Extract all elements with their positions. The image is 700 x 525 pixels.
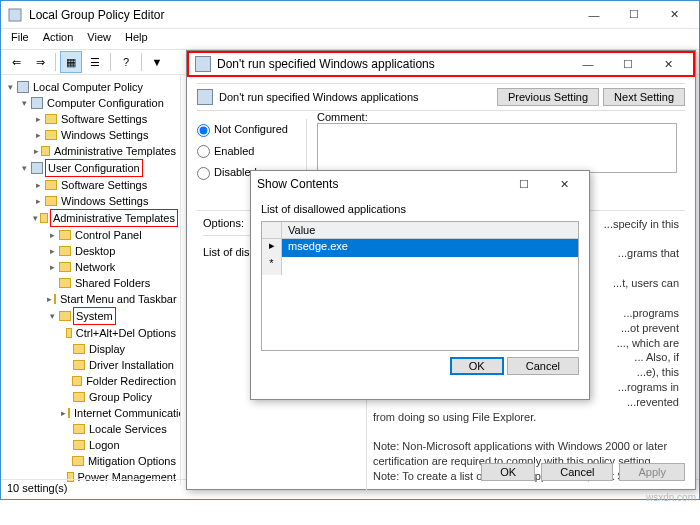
maximize-button[interactable]: ☐ (615, 4, 653, 26)
forward-button[interactable]: ⇒ (29, 51, 51, 73)
tree-drv[interactable]: Driver Installation (61, 357, 178, 373)
menu-action[interactable]: Action (37, 29, 80, 49)
titlebar: Local Group Policy Editor — ☐ ✕ (1, 1, 699, 29)
tree-cc-adm[interactable]: ▸Administrative Templates (33, 143, 178, 159)
sc-cancel-button[interactable]: Cancel (507, 357, 579, 375)
menu-view[interactable]: View (81, 29, 117, 49)
tree-cp[interactable]: ▸Control Panel (47, 227, 178, 243)
policy-title: Don't run specified Windows applications (217, 57, 569, 71)
tree-ic[interactable]: ▸Internet Communication (61, 405, 178, 421)
policy-header: Don't run specified Windows applications (219, 91, 493, 103)
tree-cc-win[interactable]: ▸Windows Settings (33, 127, 178, 143)
up-button[interactable]: ▦ (60, 51, 82, 73)
show-contents-title: Show Contents (257, 177, 505, 191)
grid-row[interactable]: ▸msedge.exe (262, 239, 578, 257)
sc-max-button[interactable]: ☐ (505, 173, 543, 195)
tree-cad[interactable]: Ctrl+Alt+Del Options (61, 325, 178, 341)
radio-enabled[interactable]: Enabled (197, 141, 306, 163)
tree-uc[interactable]: ▾User Configuration (19, 159, 178, 177)
prev-setting-button[interactable]: Previous Setting (497, 88, 599, 106)
grid-row-new[interactable] (262, 257, 578, 275)
sc-ok-button[interactable]: OK (450, 357, 504, 375)
col-value[interactable]: Value (282, 222, 578, 238)
policy-titlebar: Don't run specified Windows applications… (187, 51, 695, 77)
filter-button[interactable]: ▼ (146, 51, 168, 73)
tree-fr[interactable]: Folder Redirection (61, 373, 178, 389)
tree-logon[interactable]: Logon (61, 437, 178, 453)
next-setting-button[interactable]: Next Setting (603, 88, 685, 106)
menu-file[interactable]: File (5, 29, 35, 49)
comment-input[interactable] (317, 123, 677, 173)
app-icon (7, 7, 23, 23)
policy-min-button[interactable]: — (569, 53, 607, 75)
sc-close-button[interactable]: ✕ (545, 173, 583, 195)
menubar: File Action View Help (1, 29, 699, 49)
tree-sf[interactable]: Shared Folders (47, 275, 178, 291)
show-contents-titlebar: Show Contents ☐ ✕ (251, 171, 589, 197)
policy-tree[interactable]: ▾Local Computer Policy ▾Computer Configu… (1, 75, 181, 485)
tree-uc-sw[interactable]: ▸Software Settings (33, 177, 178, 193)
svg-rect-0 (9, 9, 21, 21)
minimize-button[interactable]: — (575, 4, 613, 26)
tree-uc-adm[interactable]: ▾Administrative Templates (33, 209, 178, 227)
tree-disp[interactable]: Display (61, 341, 178, 357)
tree-cc-sw[interactable]: ▸Software Settings (33, 111, 178, 127)
policy-hdr-icon (197, 89, 213, 105)
tree-mit[interactable]: Mitigation Options (61, 453, 178, 469)
comment-label: Comment: (317, 111, 368, 123)
show-hide-button[interactable]: ☰ (84, 51, 106, 73)
tree-cc[interactable]: ▾Computer Configuration (19, 95, 178, 111)
policy-ok-button[interactable]: OK (481, 463, 535, 481)
tree-root[interactable]: ▾Local Computer Policy (5, 79, 178, 95)
value-grid[interactable]: Value ▸msedge.exe (261, 221, 579, 351)
watermark: wsxdn.com (646, 492, 696, 503)
policy-max-button[interactable]: ☐ (609, 53, 647, 75)
tree-smt[interactable]: ▸Start Menu and Taskbar (47, 291, 178, 307)
sc-caption: List of disallowed applications (261, 203, 579, 215)
show-contents-dialog: Show Contents ☐ ✕ List of disallowed app… (250, 170, 590, 400)
back-button[interactable]: ⇐ (5, 51, 27, 73)
tree-sys[interactable]: ▾System (47, 307, 178, 325)
radio-not-configured[interactable]: Not Configured (197, 119, 306, 141)
help-button[interactable]: ? (115, 51, 137, 73)
tree-net[interactable]: ▸Network (47, 259, 178, 275)
policy-cancel-button[interactable]: Cancel (541, 463, 613, 481)
tree-gp[interactable]: Group Policy (61, 389, 178, 405)
menu-help[interactable]: Help (119, 29, 154, 49)
policy-apply-button[interactable]: Apply (619, 463, 685, 481)
tree-desk[interactable]: ▸Desktop (47, 243, 178, 259)
window-title: Local Group Policy Editor (29, 8, 575, 22)
policy-icon (195, 56, 211, 72)
tree-ls[interactable]: Locale Services (61, 421, 178, 437)
tree-uc-win[interactable]: ▸Windows Settings (33, 193, 178, 209)
policy-close-button[interactable]: ✕ (649, 53, 687, 75)
close-button[interactable]: ✕ (655, 4, 693, 26)
